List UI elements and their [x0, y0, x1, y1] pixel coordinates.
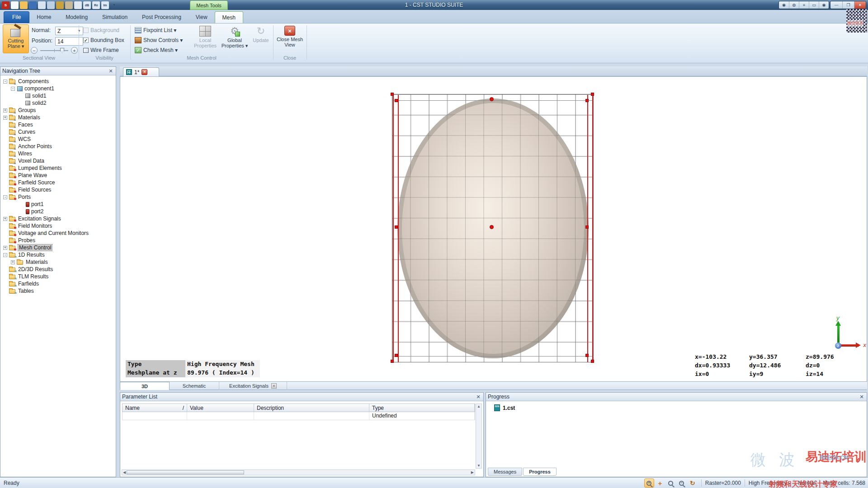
tree-item-plane-wave[interactable]: ✱Plane Wave [1, 172, 115, 179]
tab-simulation[interactable]: Simulation [95, 11, 135, 23]
tab-view[interactable]: View [189, 11, 215, 23]
tree-item-1d-results[interactable]: -≈1D Results [1, 251, 115, 258]
document-tab-close-icon[interactable]: × [142, 69, 147, 75]
tree-item-materials[interactable]: +▲Materials [1, 114, 115, 121]
tab-mesh[interactable]: Mesh [215, 11, 243, 23]
tree-item-components[interactable]: -▲Components [1, 78, 115, 85]
tree-item-voltage-and-current-monitors[interactable]: ✱Voltage and Current Monitors [1, 230, 115, 237]
zoom-window-icon[interactable] [666, 479, 676, 488]
tree-item-anchor-points[interactable]: ▲Anchor Points [1, 143, 115, 150]
wire-frame-toggle-row[interactable]: Wire Frame [83, 47, 119, 53]
tree-item-wcs[interactable]: ▲WCS [1, 136, 115, 143]
parameter-table-row[interactable]: Undefined [122, 412, 475, 420]
collapse-icon[interactable]: - [3, 253, 7, 257]
tree-item-field-monitors[interactable]: ✱Field Monitors [1, 222, 115, 230]
mesh-handle[interactable] [585, 225, 589, 229]
pan-icon[interactable]: + [655, 479, 665, 488]
tree-item-2d-3d-results[interactable]: ≈2D/3D Results [1, 266, 115, 273]
cutplane-edge-right-inner[interactable] [587, 95, 588, 362]
mesh-handle[interactable] [585, 99, 589, 102]
fixpoint-top[interactable] [490, 97, 494, 101]
cutplane-edge-left-inner[interactable] [398, 95, 399, 362]
cutplane-edge-left-outer[interactable] [393, 95, 394, 362]
view-tab-3d[interactable]: 3D [120, 382, 170, 390]
column-header-type[interactable]: Type [369, 404, 475, 412]
fixpoint-list-button[interactable]: Fixpoint List ▾ [135, 27, 176, 33]
titlebar-tool-icon[interactable]: ◉ [779, 1, 789, 9]
tree-item-curves[interactable]: ▲Curves [1, 128, 115, 136]
close-mesh-view-button[interactable]: × Close Mesh View [276, 24, 304, 53]
collapse-icon[interactable]: - [3, 195, 7, 199]
expand-icon[interactable]: + [3, 116, 7, 120]
cutplane-edge-right-outer[interactable] [592, 95, 593, 362]
restore-button[interactable]: ❐ [842, 1, 854, 9]
minimize-button[interactable]: — [830, 1, 842, 9]
document-tab[interactable]: 1* × [123, 67, 159, 76]
tree-item-port2[interactable]: port2 [1, 208, 115, 215]
cutting-plane-button[interactable]: Cutting Plane ▾ [3, 24, 29, 53]
collapse-icon[interactable]: - [3, 80, 7, 84]
view-tab-close-icon[interactable]: × [271, 383, 277, 389]
view-tab-excitation-signals[interactable]: Excitation Signals× [219, 382, 287, 390]
titlebar-tool-icon[interactable]: ◍ [789, 1, 799, 9]
progress-tab-messages[interactable]: Messages [488, 468, 522, 476]
titlebar-tool-icon[interactable]: ▭ [809, 1, 819, 9]
tab-home[interactable]: Home [29, 11, 58, 23]
column-header-value[interactable]: Value [187, 404, 254, 412]
titlebar-tool-icon[interactable]: ◉ [819, 1, 829, 9]
expand-icon[interactable]: + [3, 108, 7, 113]
scrollbar-thumb[interactable] [127, 470, 244, 474]
navigation-tree-close-icon[interactable]: ✕ [108, 68, 114, 74]
slider-minus-button[interactable]: − [31, 47, 38, 54]
column-header-description[interactable]: Description [254, 404, 369, 412]
progress-tab-progress[interactable]: Progress [523, 468, 557, 476]
tree-item-solid1[interactable]: solid1 [1, 92, 115, 99]
check-mesh-button[interactable]: ✓ Check Mesh ▾ [135, 47, 178, 53]
tree-item-faces[interactable]: ▲Faces [1, 121, 115, 128]
tree-item-probes[interactable]: ✱Probes [1, 237, 115, 244]
mesh-handle[interactable] [391, 93, 394, 96]
tree-item-excitation-signals[interactable]: +✱Excitation Signals [1, 215, 115, 222]
mesh-handle[interactable] [395, 225, 398, 229]
tree-item-tables[interactable]: ≈Tables [1, 287, 115, 295]
tree-item-component1[interactable]: -component1 [1, 85, 115, 92]
collapse-icon[interactable]: - [11, 87, 15, 91]
tree-item-ports[interactable]: -✱Ports [1, 193, 115, 201]
tab-post-processing[interactable]: Post Processing [135, 11, 189, 23]
mesh-handle[interactable] [395, 354, 398, 357]
tree-item-mesh-control[interactable]: +✱Mesh Control [1, 244, 115, 251]
tree-item-materials[interactable]: +Materials [1, 258, 115, 266]
background-checkbox[interactable] [83, 28, 89, 33]
slider-thumb[interactable] [60, 48, 64, 53]
tree-item-field-sources[interactable]: ✱Field Sources [1, 186, 115, 193]
tree-item-groups[interactable]: +▲Groups [1, 107, 115, 114]
tree-item-farfield-source[interactable]: ✱Farfield Source [1, 179, 115, 186]
rotate-icon[interactable]: ↻ [688, 479, 698, 488]
tab-modeling[interactable]: Modeling [58, 11, 95, 23]
background-checkbox-row[interactable]: Background [83, 27, 119, 33]
fixpoint-center[interactable] [490, 225, 494, 229]
expand-icon[interactable]: + [11, 260, 15, 264]
mesh-handle[interactable] [591, 93, 594, 96]
bounding-box-checkbox-row[interactable]: ✓ Bounding Box [83, 37, 124, 43]
slider-plus-button[interactable]: + [71, 47, 78, 54]
tab-file[interactable]: File [4, 11, 29, 23]
tree-item-wires[interactable]: ▲Wires [1, 150, 115, 157]
tree-item-port1[interactable]: port1 [1, 201, 115, 208]
tree-item-farfields[interactable]: ≈Farfields [1, 280, 115, 287]
tree-item-voxel-data[interactable]: ▲Voxel Data [1, 157, 115, 164]
parameter-list-close-icon[interactable]: ✕ [475, 394, 481, 400]
expand-icon[interactable]: + [3, 217, 7, 221]
tree-item-tlm-results[interactable]: ≈TLM Results [1, 273, 115, 280]
parameter-horizontal-scrollbar[interactable]: ◀▶ [122, 469, 475, 475]
mesh-handle[interactable] [585, 354, 589, 357]
mesh-handle[interactable] [391, 360, 394, 363]
mesh-handle[interactable] [395, 99, 398, 102]
column-header-name[interactable]: Name/ [123, 404, 187, 412]
progress-project-item[interactable]: ≈≈ 1.cst [494, 404, 515, 411]
mesh-handle[interactable] [591, 360, 594, 363]
zoom-in-icon[interactable]: + [644, 479, 654, 488]
progress-close-icon[interactable]: ✕ [859, 394, 865, 400]
titlebar-tool-icon[interactable]: ≡ [799, 1, 809, 9]
zoom-out-icon[interactable]: − [677, 479, 687, 488]
